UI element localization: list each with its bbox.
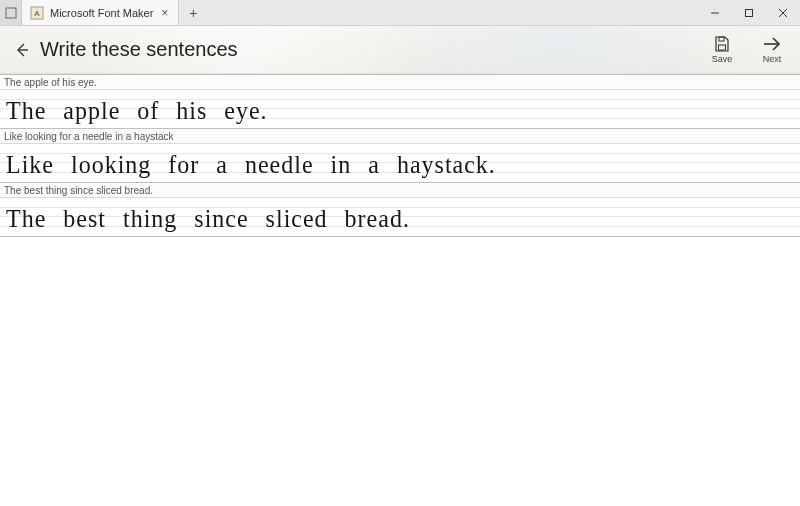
- close-icon: [778, 8, 788, 18]
- sentence-prompt: The apple of his eye.: [0, 75, 800, 90]
- sentence-prompt: The best thing since sliced bread.: [0, 183, 800, 198]
- handwriting-area[interactable]: The best thing since sliced bread.: [0, 198, 800, 236]
- sentence-prompt: Like looking for a needle in a haystack: [0, 129, 800, 144]
- tab-strip-leading-icon[interactable]: [0, 0, 22, 25]
- header-actions: Save Next: [706, 35, 788, 64]
- new-tab-button[interactable]: +: [179, 0, 207, 25]
- titlebar-spacer: [207, 0, 698, 25]
- save-button[interactable]: Save: [706, 35, 738, 64]
- minimize-button[interactable]: [698, 0, 732, 25]
- handwriting-text: The apple of his eye.: [6, 98, 268, 123]
- sentence-row: Like looking for a needle in a haystack …: [0, 128, 800, 183]
- back-arrow-icon: [14, 42, 30, 58]
- handwriting-text: Like looking for a needle in a haystack.: [6, 152, 496, 177]
- save-icon: [712, 35, 732, 53]
- next-arrow-icon: [762, 35, 782, 53]
- svg-text:A: A: [34, 9, 40, 18]
- save-label: Save: [712, 54, 733, 64]
- minimize-icon: [710, 8, 720, 18]
- back-button[interactable]: [8, 36, 36, 64]
- title-bar: A Microsoft Font Maker × +: [0, 0, 800, 26]
- svg-rect-9: [719, 45, 726, 50]
- svg-rect-0: [6, 8, 16, 18]
- tab-title: Microsoft Font Maker: [50, 7, 153, 19]
- page-header: Write these sentences Save Next: [0, 26, 800, 74]
- sentence-list: The apple of his eye. The apple of his e…: [0, 74, 800, 237]
- maximize-icon: [744, 8, 754, 18]
- tab-close-icon[interactable]: ×: [159, 6, 170, 20]
- maximize-button[interactable]: [732, 0, 766, 25]
- handwriting-area[interactable]: The apple of his eye.: [0, 90, 800, 128]
- sentence-row: The best thing since sliced bread. The b…: [0, 182, 800, 237]
- handwriting-area[interactable]: Like looking for a needle in a haystack.: [0, 144, 800, 182]
- next-button[interactable]: Next: [756, 35, 788, 64]
- tab-strip: A Microsoft Font Maker × +: [0, 0, 207, 25]
- tab-active[interactable]: A Microsoft Font Maker ×: [22, 0, 179, 25]
- app-icon: A: [30, 6, 44, 20]
- handwriting-text: The best thing since sliced bread.: [6, 206, 410, 231]
- page-title: Write these sentences: [40, 38, 238, 61]
- svg-rect-4: [746, 9, 753, 16]
- close-window-button[interactable]: [766, 0, 800, 25]
- next-label: Next: [763, 54, 782, 64]
- window-controls: [698, 0, 800, 25]
- sentence-row: The apple of his eye. The apple of his e…: [0, 74, 800, 129]
